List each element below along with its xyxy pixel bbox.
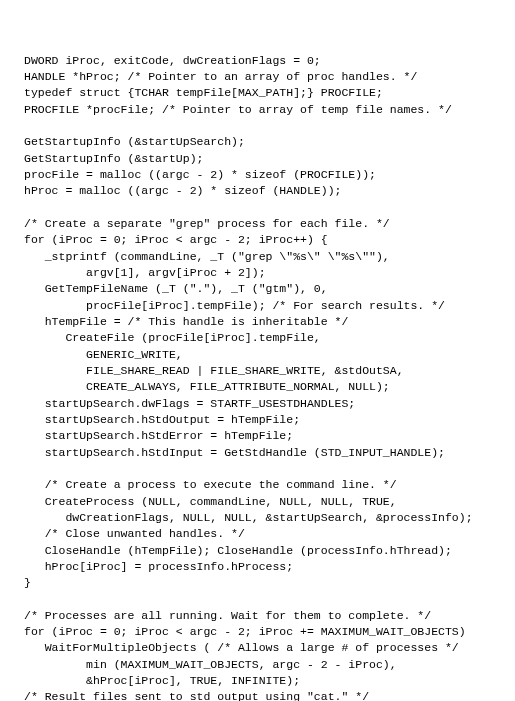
code-listing: DWORD iProc, exitCode, dwCreationFlags =… xyxy=(24,53,491,701)
